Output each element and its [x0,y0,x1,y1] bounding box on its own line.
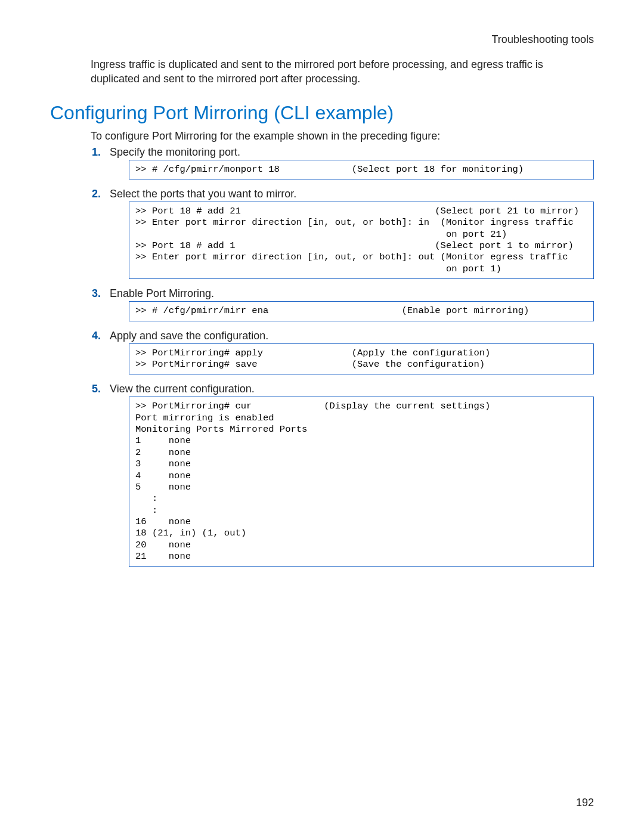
step-list: Specify the monitoring port. >> # /cfg/p… [110,146,594,567]
step-5: View the current configuration. >> PortM… [110,383,594,566]
code-block: >> # /cfg/pmirr/mirr ena (Enable port mi… [129,301,594,321]
section-title: Configuring Port Mirroring (CLI example) [50,102,594,124]
section-intro: To configure Port Mirroring for the exam… [91,130,594,143]
intro-paragraph: Ingress traffic is duplicated and sent t… [91,57,582,86]
code-block: >> PortMirroring# apply (Apply the confi… [129,343,594,375]
page-header-right: Troubleshooting tools [492,33,594,46]
code-block: >> PortMirroring# cur (Display the curre… [129,397,594,566]
step-4: Apply and save the configuration. >> Por… [110,330,594,375]
step-2: Select the ports that you want to mirror… [110,188,594,279]
code-block: >> # /cfg/pmirr/monport 18 (Select port … [129,160,594,179]
step-3: Enable Port Mirroring. >> # /cfg/pmirr/m… [110,287,594,321]
page-number: 192 [576,797,594,809]
step-text: Select the ports that you want to mirror… [110,188,594,200]
step-text: View the current configuration. [110,383,594,395]
code-block: >> Port 18 # add 21 (Select port 21 to m… [129,202,594,279]
page: Troubleshooting tools Ingress traffic is… [0,0,644,833]
step-1: Specify the monitoring port. >> # /cfg/p… [110,146,594,179]
step-text: Specify the monitoring port. [110,146,594,159]
step-text: Apply and save the configuration. [110,330,594,342]
step-text: Enable Port Mirroring. [110,287,594,300]
